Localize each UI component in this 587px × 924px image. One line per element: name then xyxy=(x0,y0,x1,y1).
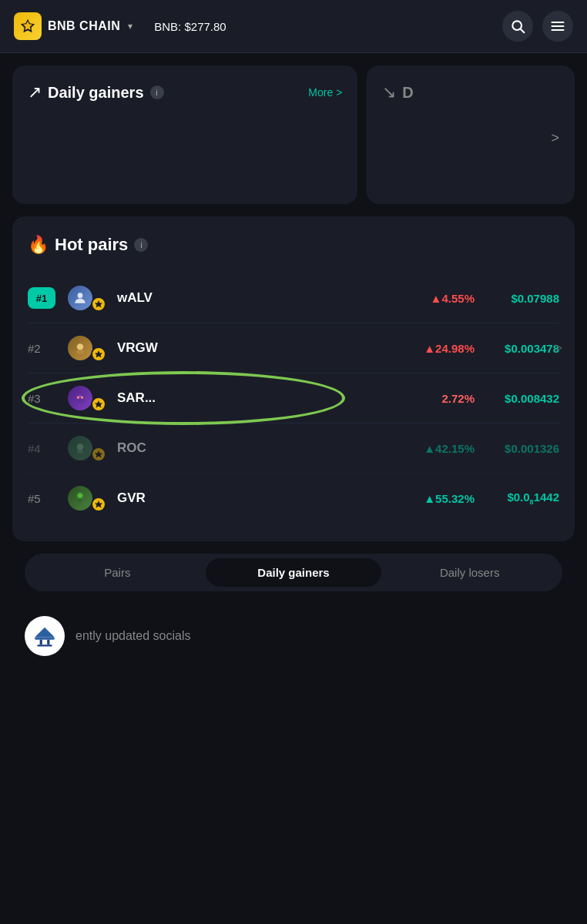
token-change-3: 2.72% xyxy=(405,392,475,405)
token-price-3: $0.008432 xyxy=(490,392,559,405)
token-price-4: $0.001326 xyxy=(490,442,559,455)
academy-logo xyxy=(25,616,65,656)
header-left: BNB CHAIN ▾ BNB: $277.80 xyxy=(14,12,226,40)
svg-marker-21 xyxy=(95,500,102,508)
token-logos-1 xyxy=(66,284,106,312)
token-logo-main-2 xyxy=(66,334,94,362)
pair-row-5[interactable]: #5 GVR ▲55.32% $0.081442 xyxy=(28,474,559,523)
token-logos-5 xyxy=(66,484,106,512)
svg-rect-26 xyxy=(37,644,52,646)
losers-title-row: ↘ D xyxy=(382,82,413,102)
gainers-info-icon[interactable]: i xyxy=(150,85,164,99)
svg-rect-25 xyxy=(47,640,49,644)
token-price-5: $0.081442 xyxy=(490,490,559,506)
token-logos-2 xyxy=(66,334,106,362)
svg-line-3 xyxy=(521,29,525,33)
rank-badge-1: #1 xyxy=(28,287,55,309)
token-price-1: $0.07988 xyxy=(490,292,559,305)
svg-rect-24 xyxy=(40,640,42,644)
svg-point-20 xyxy=(79,494,82,497)
search-button[interactable] xyxy=(502,11,533,42)
daily-gainers-card: ↗ Daily gainers i More > xyxy=(12,65,357,204)
chain-name: BNB CHAIN xyxy=(48,19,120,33)
losers-title: D xyxy=(402,84,413,102)
pair-row-1[interactable]: #1 wALV ▲4.55% $0.07988 xyxy=(28,273,559,323)
token-logo-main-5 xyxy=(66,484,94,512)
svg-point-12 xyxy=(75,393,85,403)
token-change-5: ▲55.32% xyxy=(405,492,475,505)
token-logo-small-3 xyxy=(91,397,106,412)
tab-pairs[interactable]: Pairs xyxy=(29,558,206,587)
token-logo-main-4 xyxy=(66,434,94,462)
bnb-price: BNB: $277.80 xyxy=(154,20,226,33)
token-logo-main-3 xyxy=(66,384,94,412)
svg-marker-11 xyxy=(95,350,102,358)
svg-point-16 xyxy=(77,444,83,450)
token-name-5: GVR xyxy=(117,490,405,506)
chain-chevron-icon[interactable]: ▾ xyxy=(128,21,132,32)
token-change-2: ▲24.98% xyxy=(405,342,475,355)
info-letter: i xyxy=(156,88,157,97)
tab-daily-losers[interactable]: Daily losers xyxy=(381,558,558,587)
pair-row-4[interactable]: #4 ROC ▲42.15% $0.001326 xyxy=(28,424,559,474)
token-price-2: $0.003478 xyxy=(490,342,559,355)
svg-marker-8 xyxy=(95,300,102,308)
token-logo-main-1 xyxy=(66,284,94,312)
token-logo-small-2 xyxy=(91,346,106,362)
token-name-4: ROC xyxy=(117,440,405,456)
pair-row-2[interactable]: #2 VRGW ▲24.98% $0.003478 > xyxy=(28,323,559,373)
hot-pairs-title: Hot pairs xyxy=(55,235,128,255)
rank-text-2: #2 xyxy=(28,342,55,355)
tab-bar: Pairs Daily gainers Daily losers xyxy=(25,554,562,591)
rank-label-1: #1 xyxy=(36,293,47,304)
token-logos-4 xyxy=(66,434,106,462)
token-name-2: VRGW xyxy=(117,340,405,356)
svg-marker-23 xyxy=(35,628,55,638)
svg-point-13 xyxy=(77,397,79,399)
header: BNB CHAIN ▾ BNB: $277.80 xyxy=(0,0,587,53)
daily-losers-card: ↘ D > xyxy=(367,65,575,204)
gainers-title: Daily gainers xyxy=(48,84,144,102)
bottom-bar: ently updated socials xyxy=(12,604,575,668)
token-change-1: ▲4.55% xyxy=(405,292,475,305)
hot-pairs-info-icon[interactable]: i xyxy=(134,238,148,252)
nav-chevron-icon: > xyxy=(554,340,562,357)
token-name-1: wALV xyxy=(117,290,405,306)
svg-marker-15 xyxy=(95,400,102,408)
svg-marker-18 xyxy=(95,450,102,458)
fire-icon: 🔥 xyxy=(28,235,49,255)
losers-card-header: ↘ D xyxy=(382,82,559,102)
trending-up-icon: ↗ xyxy=(28,82,42,102)
cards-row: ↗ Daily gainers i More > ↘ D > xyxy=(12,65,575,204)
svg-point-14 xyxy=(81,397,83,399)
hot-pairs-section: 🔥 Hot pairs i #1 w xyxy=(12,216,575,541)
trending-down-icon: ↘ xyxy=(382,82,396,102)
menu-button[interactable] xyxy=(542,11,573,42)
gainers-more-link[interactable]: More > xyxy=(308,86,342,99)
token-logo-small-4 xyxy=(91,447,106,462)
token-change-4: ▲42.15% xyxy=(405,442,475,455)
token-logo-small-1 xyxy=(91,296,106,312)
rank-text-4: #4 xyxy=(28,442,55,455)
token-logo-small-5 xyxy=(91,497,106,512)
svg-point-17 xyxy=(77,450,83,454)
hot-pairs-header: 🔥 Hot pairs i xyxy=(28,235,559,255)
gainers-title-row: ↗ Daily gainers i xyxy=(28,82,164,102)
losers-more-chevron[interactable]: > xyxy=(551,130,559,146)
svg-rect-22 xyxy=(35,638,55,640)
pair-row-3[interactable]: #3 SAR... 2.72% $0.008432 xyxy=(28,373,559,424)
rank-text-3: #3 xyxy=(28,392,55,405)
svg-point-7 xyxy=(78,293,83,298)
token-logos-3 xyxy=(66,384,106,412)
info-letter: i xyxy=(140,240,142,249)
rank-text-5: #5 xyxy=(28,492,55,505)
header-icons xyxy=(502,11,573,42)
token-name-3: SAR... xyxy=(117,390,405,406)
gainers-card-header: ↗ Daily gainers i More > xyxy=(28,82,342,102)
main-content: ↗ Daily gainers i More > ↘ D > xyxy=(0,53,587,681)
social-text: ently updated socials xyxy=(75,629,190,643)
tab-daily-gainers[interactable]: Daily gainers xyxy=(206,558,382,587)
svg-point-9 xyxy=(77,343,83,350)
svg-point-10 xyxy=(76,350,84,354)
bnb-logo xyxy=(14,12,42,40)
